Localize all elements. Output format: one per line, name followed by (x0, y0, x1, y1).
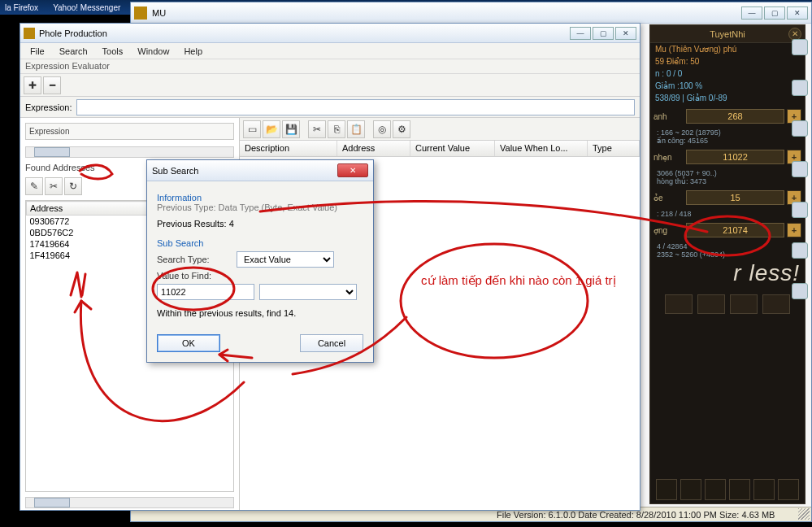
stat-label: nhẹn (654, 153, 686, 162)
game-character-panel: TuyetNhi ✕ Mu (Thiên Vương) phú 59 Điểm:… (649, 24, 805, 504)
close-icon[interactable]: ✕ (337, 163, 368, 177)
rail-button[interactable] (792, 161, 808, 177)
mu-status-text: File Version: 6.1.0.0 Date Created: 8/28… (497, 510, 775, 520)
minimize-button[interactable]: — (741, 7, 762, 20)
stat-sub: ấn công: 45165 (650, 137, 805, 145)
ok-button[interactable]: OK (157, 334, 220, 352)
panel-tabs (650, 294, 805, 314)
stat-sub: 3066 (5037 + 90..) (650, 169, 805, 177)
resize-grip-icon[interactable] (798, 508, 810, 520)
mu-title: MU (152, 8, 166, 18)
hint-text: Within the previous results, find 14. (157, 308, 363, 318)
inventory-slot[interactable] (753, 479, 775, 500)
menu-search[interactable]: Search (53, 45, 94, 58)
horizontal-scrollbar[interactable] (25, 497, 234, 508)
wand-icon[interactable]: ✎ (25, 177, 43, 195)
subsearch-header: Sub Search (157, 238, 363, 248)
watermark-text: r less! (650, 259, 805, 288)
slot-bar (654, 479, 801, 500)
mu-titlebar[interactable]: MU — ▢ ✕ (131, 2, 811, 24)
expression-bar: Expression: (20, 97, 640, 118)
phole-app-icon (24, 28, 35, 39)
inventory-slot[interactable] (680, 479, 701, 500)
stat-sub: 4 / 42864 (650, 242, 805, 250)
gear-icon[interactable]: ⚙ (393, 120, 410, 138)
minimize-button[interactable]: — (570, 27, 591, 40)
inventory-slot[interactable] (656, 479, 677, 500)
rail-button[interactable] (792, 242, 808, 259)
menu-help[interactable]: Help (177, 45, 209, 58)
col-address[interactable]: Address (337, 141, 410, 156)
tab-button[interactable] (665, 294, 693, 314)
maximize-button[interactable]: ▢ (593, 27, 614, 40)
stat-row: 538/89 | Giảm 0/-89 (650, 92, 805, 104)
stat-label: ợng (654, 226, 686, 235)
taskbar-item[interactable]: la Firefox (5, 3, 38, 12)
panel-title[interactable]: TuyetNhi ✕ (650, 25, 805, 43)
expression-input[interactable] (76, 99, 635, 115)
menu-tools[interactable]: Tools (96, 45, 130, 58)
open-icon[interactable]: 📂 (263, 120, 280, 138)
stat-value: 11022 (686, 150, 784, 164)
col-type[interactable]: Type (588, 141, 640, 156)
rail-button[interactable] (792, 120, 808, 137)
new-icon[interactable]: ▭ (243, 120, 261, 138)
inventory-slot[interactable] (778, 479, 799, 500)
inventory-slot[interactable] (729, 479, 750, 500)
col-address[interactable]: Address (27, 202, 157, 216)
stat-sub: : 166 ~ 202 (18795) (650, 128, 805, 137)
save-icon[interactable]: 💾 (282, 120, 300, 138)
sub-search-dialog: Sub Search ✕ Information Previous Type: … (146, 159, 374, 363)
expression-box: Expression (25, 123, 234, 140)
close-button[interactable]: ✕ (615, 27, 636, 40)
maximize-button[interactable]: ▢ (764, 7, 785, 20)
stat-sub: hòng thủ: 3473 (650, 177, 805, 185)
search-type-label: Search Type: (157, 255, 232, 264)
refresh-icon[interactable]: ↻ (64, 177, 82, 195)
cell-address: 1F419664 (27, 250, 157, 261)
rail-button[interactable] (792, 202, 808, 218)
remove-button[interactable]: ━ (43, 76, 61, 94)
taskbar-item[interactable]: Yahoo! Messenger (53, 3, 120, 12)
cell-address: 0BD576C2 (27, 227, 157, 238)
stat-row: Giảm :100 % (650, 80, 805, 92)
prev-type-text: Previous Type: Data Type (Byte, Exact Va… (157, 203, 363, 212)
tab-button[interactable] (730, 294, 758, 314)
rail-button[interactable] (792, 39, 808, 55)
stat-row: 59 Điểm: 50 (650, 55, 805, 68)
search-type-select[interactable]: Exact Value (237, 251, 334, 268)
inventory-slot[interactable] (705, 479, 726, 500)
paste-icon[interactable]: 📋 (347, 120, 365, 138)
rail-button[interactable] (792, 283, 808, 299)
rail-button[interactable] (792, 80, 808, 96)
copy-icon[interactable]: ⎘ (328, 120, 345, 138)
cancel-button[interactable]: Cancel (300, 334, 363, 352)
tab-button[interactable] (762, 294, 790, 314)
close-button[interactable]: ✕ (787, 7, 808, 20)
cut-icon[interactable]: ✂ (308, 120, 326, 138)
stat-value: 15 (686, 190, 784, 205)
stat-row: anh 268 + (654, 109, 801, 124)
stat-value: 21074 (686, 223, 784, 237)
filter-icon[interactable]: ✂ (45, 177, 63, 195)
col-description[interactable]: Description (240, 141, 337, 156)
col-value-when[interactable]: Value When Lo... (495, 141, 588, 156)
tab-button[interactable] (697, 294, 725, 314)
col-current-value[interactable]: Current Value (410, 141, 495, 156)
value-input[interactable] (157, 284, 254, 300)
value-to-find-label: Value to Find: (157, 271, 232, 281)
horizontal-scrollbar[interactable] (25, 146, 234, 158)
stat-row: ỏe 15 + (654, 190, 801, 205)
stat-row: nhẹn 11022 + (654, 150, 801, 164)
menu-window[interactable]: Window (131, 45, 176, 58)
stat-sub: 2352 ~ 5260 (+4804) (650, 250, 805, 259)
phole-titlebar[interactable]: Phole Production — ▢ ✕ (20, 24, 640, 43)
menu-file[interactable]: File (24, 45, 51, 58)
add-button[interactable]: ✚ (24, 76, 41, 94)
expression-label: Expression: (25, 102, 72, 112)
menu-bar: File Search Tools Window Help (20, 43, 640, 59)
run-icon[interactable]: ◎ (373, 120, 391, 138)
secondary-select[interactable] (259, 284, 357, 300)
dialog-titlebar[interactable]: Sub Search ✕ (147, 160, 373, 181)
cell-address: 17419664 (27, 238, 157, 250)
